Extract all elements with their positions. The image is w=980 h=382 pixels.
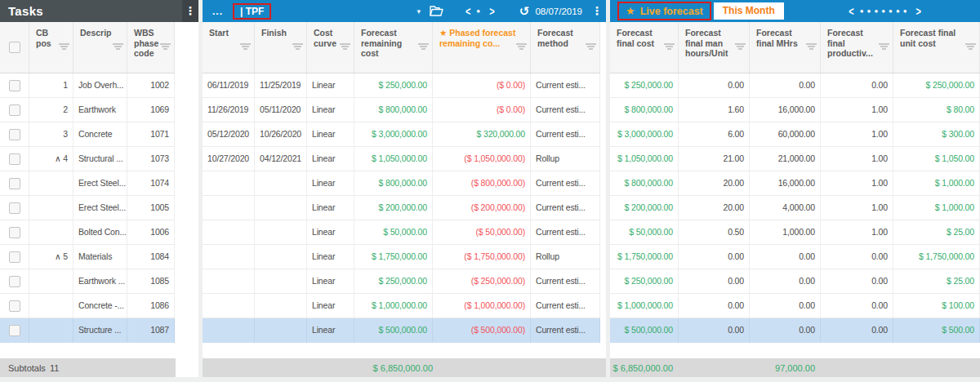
pager-dots[interactable]: ●●●●●●● [860, 7, 911, 15]
column-header-curve[interactable]: Cost curve [307, 22, 354, 73]
kebab-menu-icon[interactable]: ⋮ [590, 0, 604, 22]
table-row[interactable]: $ 1,750,000.000.000.000.00$ 1,750,000.00 [610, 245, 980, 269]
chevron-down-icon[interactable]: ▾ [416, 7, 421, 16]
column-header-mhrs[interactable]: Forecast final MHrs [750, 22, 821, 73]
filter-icon[interactable] [516, 43, 527, 45]
table-row[interactable]: Linear$ 500,000.00($ 500,000.00)Current … [203, 318, 600, 343]
filter-icon[interactable] [113, 43, 123, 45]
filter-icon[interactable] [292, 43, 303, 45]
row-checkbox[interactable] [9, 104, 20, 116]
row-checkbox[interactable] [9, 202, 20, 214]
table-row[interactable]: Bolted Con...1006 [0, 220, 175, 245]
table-row[interactable]: Linear$ 1,750,000.00($ 1,750,000.00)Roll… [203, 245, 600, 269]
filter-icon[interactable] [664, 43, 675, 45]
table-row[interactable]: $ 250,000.000.000.000.00$ 250,000.00 [610, 73, 980, 98]
filter-icon[interactable] [965, 43, 976, 45]
row-select-cell [0, 98, 29, 122]
column-header-finish[interactable]: Finish [255, 22, 307, 73]
tasks-menu-button[interactable]: ⋮ [182, 0, 198, 22]
filter-icon[interactable] [586, 43, 596, 45]
column-header-prod[interactable]: Forecast final productiv... [821, 22, 893, 73]
table-row[interactable]: Linear$ 200,000.00($ 200,000.00)Current … [203, 196, 600, 220]
column-header-frc[interactable]: Forecast remaining cost [354, 22, 433, 73]
table-row[interactable]: Linear$ 50,000.00($ 50,000.00)Current es… [203, 220, 600, 245]
table-row[interactable]: $ 50,000.000.501,000.001.00$ 25.00 [610, 220, 980, 245]
column-header-row: Forecast final costForecast final man ho… [610, 22, 980, 73]
table-row[interactable]: 11/26/201905/11/2020Linear$ 800,000.00($… [203, 98, 600, 122]
row-checkbox[interactable] [9, 153, 20, 165]
pager-dots[interactable]: ● [476, 7, 483, 15]
row-checkbox[interactable] [9, 276, 20, 287]
row-checkbox[interactable] [9, 178, 20, 189]
row-checkbox[interactable] [9, 251, 20, 263]
column-header-desc[interactable]: Descrip [74, 22, 127, 73]
tab-this-month[interactable]: This Month [714, 2, 784, 20]
row-checkbox[interactable] [9, 80, 20, 91]
filter-icon[interactable] [340, 43, 350, 45]
table-row[interactable]: 1Job Overh...1002 [0, 73, 175, 98]
column-header-cost[interactable]: Forecast final cost [610, 22, 679, 73]
table-row[interactable]: $ 250,000.000.000.000.00$ 25.00 [610, 269, 980, 294]
pager-left-icon[interactable]: < [849, 5, 853, 18]
row-checkbox[interactable] [9, 300, 20, 312]
column-header-method[interactable]: Forecast method [531, 22, 600, 73]
tab-live-forecast[interactable]: ★ Live forecast [617, 2, 711, 20]
table-row[interactable]: 06/11/201911/25/2019Linear$ 250,000.00($… [203, 73, 600, 98]
filter-icon[interactable] [806, 43, 817, 45]
cell-desc: Materials [74, 245, 127, 269]
column-header-wbs[interactable]: WBS phase code [127, 22, 175, 73]
table-row[interactable]: 3Concrete1071 [0, 122, 175, 147]
open-folder-icon[interactable] [429, 5, 444, 17]
filter-icon[interactable] [879, 43, 889, 45]
cell-mhrs: 0.00 [750, 73, 821, 98]
refresh-icon[interactable]: ↺ [519, 5, 530, 17]
column-header-start[interactable]: Start [203, 22, 255, 73]
table-row[interactable]: Linear$ 250,000.00($ 250,000.00)Current … [203, 269, 600, 294]
table-row[interactable]: $ 800,000.0020.0016,000.001.00$ 1,000.00 [610, 171, 980, 196]
filter-icon[interactable] [418, 43, 429, 45]
table-row[interactable]: Erect Steel...1005 [0, 196, 175, 220]
cell-mhrs: 1,000.00 [750, 220, 821, 245]
table-row[interactable]: 10/27/202004/12/2021Linear$ 1,050,000.00… [203, 147, 600, 171]
column-header-pfrc[interactable]: ★ Phased forecast remaining co... [433, 22, 531, 73]
filter-icon[interactable] [240, 43, 251, 45]
filter-icon[interactable] [59, 43, 69, 45]
cell-mhrs: 21,000.00 [750, 147, 821, 171]
pager-right-icon[interactable]: > [489, 5, 494, 18]
column-header-unit[interactable]: Forecast final unit cost [893, 22, 980, 73]
table-row[interactable]: 05/12/202010/26/2020Linear$ 3,000,000.00… [203, 122, 600, 147]
column-header-cb[interactable]: CB pos [29, 22, 74, 73]
cell-man: 0.00 [679, 73, 750, 98]
column-header-man[interactable]: Forecast final man hours/Unit [679, 22, 750, 73]
cell-desc: Earthwork [74, 98, 127, 122]
table-row[interactable]: Concrete -...1086 [0, 294, 175, 318]
row-checkbox[interactable] [9, 227, 20, 238]
table-row[interactable]: $ 200,000.0020.004,000.001.00$ 1,000.00 [610, 196, 980, 220]
more-options-button[interactable]: ... [212, 6, 223, 17]
table-row[interactable]: Structure ...1087 [0, 318, 175, 343]
filter-icon[interactable] [735, 43, 746, 45]
cell-prod: 1.00 [821, 220, 893, 245]
table-row[interactable]: $ 1,000,000.000.000.000.00$ 100.00 [610, 294, 980, 318]
table-row[interactable]: $ 800,000.001.6016,000.001.00$ 80.00 [610, 98, 980, 122]
column-label: Finish [261, 28, 293, 38]
row-checkbox[interactable] [9, 325, 20, 336]
kebab-menu-icon: ⋮ [185, 0, 196, 22]
pager-right-icon[interactable]: > [916, 5, 921, 18]
pager-left-icon[interactable]: < [466, 5, 470, 18]
table-row[interactable]: 2Earthwork1069 [0, 98, 175, 122]
select-all-checkbox[interactable] [9, 42, 20, 53]
table-row[interactable]: $ 3,000,000.006.0060,000.001.00$ 300.00 [610, 122, 980, 147]
filter-icon[interactable] [160, 43, 171, 45]
cell-pfrc: ($ 1,750,000.00) [433, 245, 531, 269]
table-row[interactable]: ∧ 4Structural ...1073 [0, 147, 175, 171]
table-row[interactable]: $ 1,050,000.0021.0021,000.001.00$ 1,050.… [610, 147, 980, 171]
table-row[interactable]: Erect Steel...1074 [0, 171, 175, 196]
table-row[interactable]: Linear$ 1,000,000.00($ 1,000,000.00)Curr… [203, 294, 600, 318]
table-row[interactable]: Linear$ 800,000.00($ 800,000.00)Current … [203, 171, 600, 196]
table-row[interactable]: ∧ 5Materials1084 [0, 245, 175, 269]
table-row[interactable]: $ 500,000.000.000.000.00$ 500.00 [610, 318, 980, 343]
view-selector-tpf[interactable]: | TPF [233, 3, 271, 20]
row-checkbox[interactable] [9, 129, 20, 140]
table-row[interactable]: Earthwork ...1085 [0, 269, 175, 294]
